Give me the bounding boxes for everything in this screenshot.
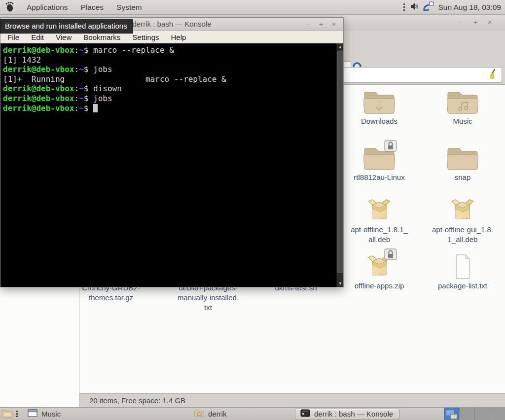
terminal-icon xyxy=(300,409,310,419)
file-label: apt-offline-gui_1.8.1_all.deb xyxy=(423,225,502,245)
folder-icon xyxy=(363,145,395,172)
folder-downloads-icon xyxy=(363,89,395,115)
textfile-icon xyxy=(447,253,478,280)
terminal-cursor xyxy=(93,104,98,112)
applications-menu-tooltip: Browse and run installed applications xyxy=(0,19,133,34)
konsole-menu-edit[interactable]: Edit xyxy=(31,33,44,41)
file-label: package-list.txt xyxy=(423,281,502,291)
konsole-window-controls: – + × xyxy=(304,20,338,29)
maximize-button[interactable]: + xyxy=(317,20,325,29)
status-text: 20 items, Free space: 1.4 GB xyxy=(79,396,185,405)
task-label: derrik xyxy=(208,410,227,418)
file-snap[interactable]: snap xyxy=(423,145,502,182)
minimize-button[interactable]: – xyxy=(304,20,313,29)
package-icon xyxy=(447,197,478,224)
file-manager-statusbar: 20 items, Free space: 1.4 GB xyxy=(79,393,505,407)
terminal-line: derrik@deb-vbox:~$ jobs xyxy=(3,94,337,104)
file-apt-offline-gui_1.8.1_all.deb[interactable]: apt-offline-gui_1.8.1_all.deb xyxy=(423,197,502,245)
konsole-menu-view[interactable]: View xyxy=(56,33,72,41)
gnome-foot-icon[interactable] xyxy=(4,0,16,14)
folder-icon xyxy=(447,145,478,172)
workspace-4[interactable] xyxy=(490,408,505,420)
maximize-button[interactable]: + xyxy=(471,18,480,27)
workspace-switcher xyxy=(444,408,505,420)
workspace-1[interactable] xyxy=(444,408,459,420)
panel-menu-applications[interactable]: Applications xyxy=(23,1,72,13)
panel-menu-places[interactable]: Places xyxy=(77,1,108,13)
konsole-menu-settings[interactable]: Settings xyxy=(132,33,159,41)
file-label: apt-offline_1.8.1_all.deb xyxy=(340,225,419,245)
file-label: offline-apps.zip xyxy=(340,281,419,291)
konsole-window[interactable]: derrik : bash — Konsole – + × FileEditVi… xyxy=(0,17,344,287)
workspace-3[interactable] xyxy=(474,408,490,420)
desktop: – + × xyxy=(0,0,505,420)
workspace-window-thumb xyxy=(450,414,457,419)
terminal-line: derrik@deb-vbox:~$ xyxy=(3,104,337,113)
file-rtl8812au-Linux[interactable]: rtl8812au-Linux xyxy=(340,145,419,182)
file-label: snap xyxy=(423,173,502,182)
terminal-line: derrik@deb-vbox:~$ jobs xyxy=(3,65,337,74)
file-label: rtl8812au-Linux xyxy=(340,173,419,182)
terminal-scrollbar[interactable]: ▲ ▼ xyxy=(336,43,343,287)
terminal-output[interactable]: derrik@deb-vbox:~$ marco --replace &[1] … xyxy=(0,43,337,287)
volume-icon[interactable] xyxy=(409,1,419,13)
file-manager-window-controls: – + × xyxy=(457,18,494,27)
lock-emblem-icon xyxy=(384,248,397,262)
terminal-line: [1]+ Running marco --replace & xyxy=(3,74,337,84)
terminal-line: derrik@deb-vbox:~$ marco --replace & xyxy=(3,45,337,55)
package-icon xyxy=(363,253,395,280)
terminal-line: derrik@deb-vbox:~$ disown xyxy=(3,84,337,94)
pen-swoosh-applet-icon[interactable] xyxy=(423,1,434,14)
task-label: Music xyxy=(41,410,61,418)
file-Downloads[interactable]: Downloads xyxy=(340,89,419,126)
home-folder-icon xyxy=(194,409,204,419)
scroll-up-icon[interactable]: ▲ xyxy=(337,43,344,50)
scroll-down-icon[interactable]: ▼ xyxy=(337,280,344,287)
minimize-button[interactable]: – xyxy=(457,18,466,27)
folder-music-icon xyxy=(447,89,478,115)
clear-location-broom-icon[interactable] xyxy=(488,69,498,81)
file-apt-offline_1.8.1_all.deb[interactable]: apt-offline_1.8.1_all.deb xyxy=(340,197,419,245)
panel-menu-system[interactable]: System xyxy=(112,1,146,13)
file-browser-launcher-icon[interactable] xyxy=(1,408,13,420)
file-debian-packages-manually-installed.txt[interactable]: debian-packages-manually-installed.txt xyxy=(166,283,250,313)
notification-area-grip[interactable] xyxy=(402,3,406,11)
konsole-menu-help[interactable]: Help xyxy=(171,33,186,41)
file-label: Downloads xyxy=(340,116,419,126)
task-label: derrik : bash — Konsole xyxy=(314,410,393,418)
file-Music[interactable]: Music xyxy=(423,89,502,126)
lock-emblem-icon xyxy=(384,140,397,154)
top-panel: ApplicationsPlacesSystem Sun Aug 18, 03:… xyxy=(0,0,505,15)
task-button-music[interactable]: Music xyxy=(23,409,121,420)
bottom-taskbar: Musicderrikderrik : bash — Konsole xyxy=(0,407,505,420)
close-button[interactable]: × xyxy=(329,20,338,29)
task-button-konsole[interactable]: derrik : bash — Konsole xyxy=(295,409,399,420)
workspace-2[interactable] xyxy=(459,408,474,420)
file-label: Music xyxy=(423,116,502,126)
konsole-menu-bookmarks[interactable]: Bookmarks xyxy=(83,33,120,41)
scrollbar-thumb[interactable] xyxy=(337,51,343,273)
terminal-line: [1] 1432 xyxy=(3,55,337,65)
clock[interactable]: Sun Aug 18, 03:09 xyxy=(438,3,501,12)
close-button[interactable]: × xyxy=(485,18,494,27)
konsole-menu-file[interactable]: File xyxy=(7,33,19,41)
taskbar-grip[interactable] xyxy=(16,411,18,417)
file-package-list.txt[interactable]: package-list.txt xyxy=(423,253,502,291)
package-icon xyxy=(363,197,395,224)
window-icon xyxy=(28,409,37,419)
task-button-derrik[interactable]: derrik xyxy=(189,409,283,420)
file-offline-apps.zip[interactable]: offline-apps.zip xyxy=(340,253,419,291)
